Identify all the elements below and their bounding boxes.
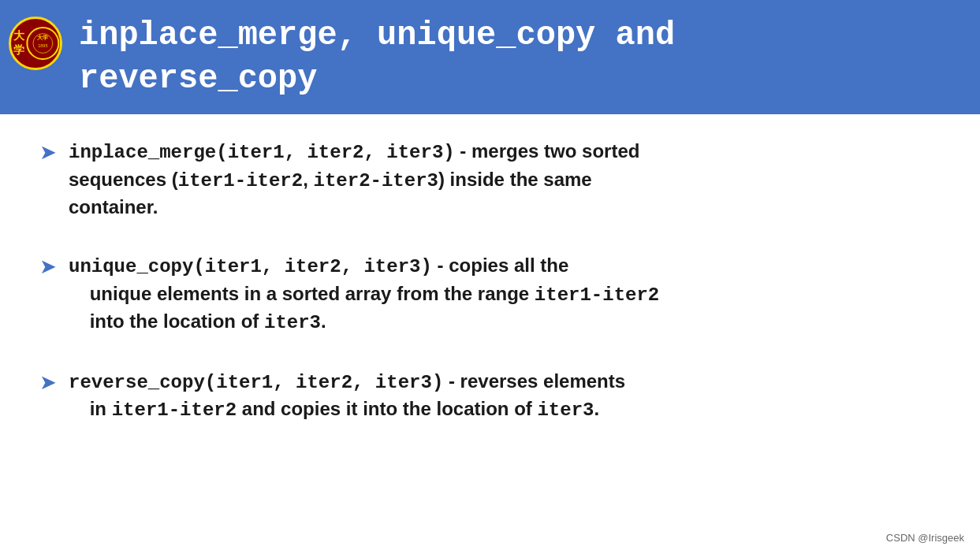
university-logo: 大学 1895: [9, 17, 62, 70]
header-banner: inplace_merge, unique_copy and reverse_c…: [0, 0, 980, 114]
bullet-text-1: inplace_merge(iter1, iter2, iter3) - mer…: [69, 138, 639, 221]
footer: CSDN @Irisgeek: [886, 532, 964, 544]
unique-copy-range: iter1-iter2: [535, 284, 659, 306]
bullet-item-reverse-copy: ➤ reverse_copy(iter1, iter2, iter3) - re…: [39, 368, 941, 424]
reverse-copy-range: iter1-iter2: [112, 399, 237, 421]
reverse-copy-period: .: [594, 398, 599, 419]
reverse-copy-desc-part2: and copies it into the location of: [237, 398, 537, 419]
bullet-text-3: reverse_copy(iter1, iter2, iter3) - reve…: [69, 368, 625, 424]
header-title: inplace_merge, unique_copy and reverse_c…: [79, 14, 675, 100]
unique-copy-signature: unique_copy(iter1, iter2, iter3): [69, 256, 432, 277]
unique-copy-period: .: [321, 310, 326, 332]
inplace-merge-range1: iter1-iter2: [178, 170, 303, 191]
header-title-line2: reverse_copy: [79, 58, 675, 101]
inplace-merge-desc-part2: ,: [303, 169, 313, 190]
inplace-merge-range2: iter2-iter3: [314, 170, 438, 191]
bullet-item-inplace-merge: ➤ inplace_merge(iter1, iter2, iter3) - m…: [39, 138, 941, 221]
bullet-text-2: unique_copy(iter1, iter2, iter3) - copie…: [69, 252, 659, 336]
unique-copy-dest: iter3: [264, 312, 321, 333]
unique-copy-desc-part2: into the location of: [69, 310, 264, 332]
bullet-arrow-3: ➤: [39, 370, 57, 396]
header-title-line1: inplace_merge, unique_copy and: [79, 14, 675, 58]
svg-text:1895: 1895: [39, 43, 48, 48]
bullet-arrow-2: ➤: [39, 254, 57, 281]
inplace-merge-signature: inplace_merge(iter1, iter2, iter3): [69, 142, 455, 163]
footer-text: CSDN @Irisgeek: [886, 532, 964, 544]
reverse-copy-signature: reverse_copy(iter1, iter2, iter3): [69, 372, 443, 393]
main-content: ➤ inplace_merge(iter1, iter2, iter3) - m…: [0, 114, 980, 471]
bullet-arrow-1: ➤: [39, 139, 57, 166]
reverse-copy-dest: iter3: [537, 399, 594, 421]
logo-area: 大学 1895: [0, 0, 71, 87]
bullet-item-unique-copy: ➤ unique_copy(iter1, iter2, iter3) - cop…: [39, 252, 941, 336]
